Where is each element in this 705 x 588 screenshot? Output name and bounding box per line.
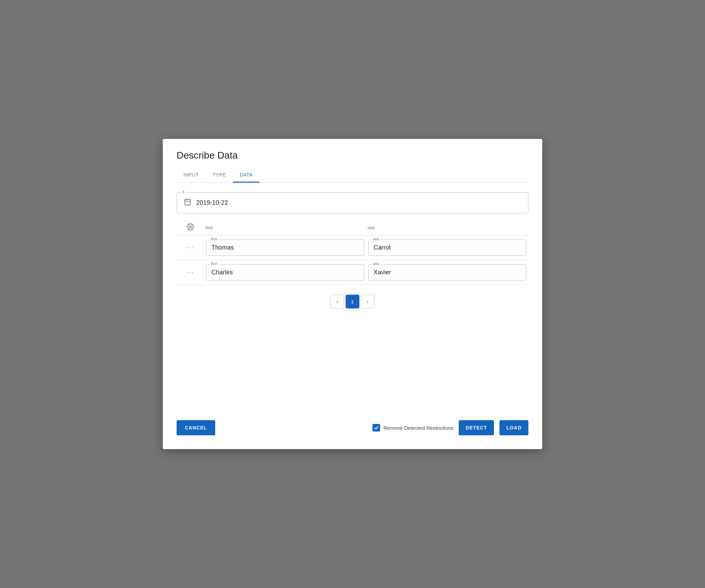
col-first-header: first [204, 225, 366, 230]
last-field-2[interactable]: last Xavier [368, 264, 526, 281]
dialog: Describe Data INPUT TYPE DATA x 2019-10-… [163, 139, 542, 449]
last-label-2: last [372, 262, 380, 266]
last-value-2: Xavier [374, 269, 391, 276]
last-label-1: last [372, 237, 380, 241]
last-field-1[interactable]: last Carrot [368, 240, 526, 256]
checkbox-icon [373, 424, 380, 432]
svg-point-4 [189, 226, 191, 228]
load-button[interactable]: LOAD [499, 420, 528, 435]
tab-input[interactable]: INPUT [177, 168, 206, 183]
date-value: 2019-10-22 [196, 199, 228, 206]
first-label-1: first [210, 237, 218, 241]
col-first-1: first Thomas [204, 239, 366, 256]
footer-right: Remove Detected Restrictions DETECT LOAD [373, 420, 528, 435]
page-next-button[interactable]: › [361, 295, 375, 308]
pagination: ‹ 1 › [177, 295, 528, 308]
detect-button[interactable]: DETECT [459, 420, 494, 435]
col-last-header: last [366, 225, 528, 230]
first-label-2: first [210, 262, 218, 266]
table-row: ··· first Thomas last Carrot [177, 235, 528, 260]
data-table: first last ··· first Thomas last Carrot … [177, 223, 528, 401]
calendar-icon [184, 198, 191, 207]
page-prev-button[interactable]: ‹ [330, 295, 344, 308]
page-1-button[interactable]: 1 [346, 295, 359, 308]
dialog-title: Describe Data [177, 150, 528, 161]
first-value-2: Charles [211, 269, 233, 276]
cancel-button[interactable]: CANCEL [177, 420, 215, 435]
row-actions-1[interactable]: ··· [177, 239, 204, 256]
tabs: INPUT TYPE DATA [177, 168, 528, 183]
gear-icon[interactable] [187, 223, 194, 232]
tab-type[interactable]: TYPE [206, 168, 233, 183]
first-field-1[interactable]: first Thomas [206, 240, 364, 256]
first-field-2[interactable]: first Charles [206, 264, 364, 281]
col-last-2: last Xavier [366, 264, 528, 281]
col-first-2: first Charles [204, 264, 366, 281]
row-actions-2[interactable]: ··· [177, 264, 204, 281]
svg-rect-0 [185, 200, 191, 205]
col-last-1: last Carrot [366, 239, 528, 256]
date-field-label: x [181, 189, 186, 194]
date-field-container[interactable]: x 2019-10-22 [177, 192, 528, 213]
tab-data[interactable]: DATA [233, 168, 259, 183]
remove-restrictions-label: Remove Detected Restrictions [384, 425, 454, 431]
last-value-1: Carrot [374, 244, 391, 251]
remove-restrictions-checkbox-label[interactable]: Remove Detected Restrictions [373, 424, 454, 432]
dialog-footer: CANCEL Remove Detected Restrictions DETE… [177, 415, 528, 435]
first-value-1: Thomas [211, 244, 234, 251]
col-actions-header [177, 223, 204, 232]
table-row: ··· first Charles last Xavier [177, 260, 528, 285]
table-header: first last [177, 223, 528, 235]
